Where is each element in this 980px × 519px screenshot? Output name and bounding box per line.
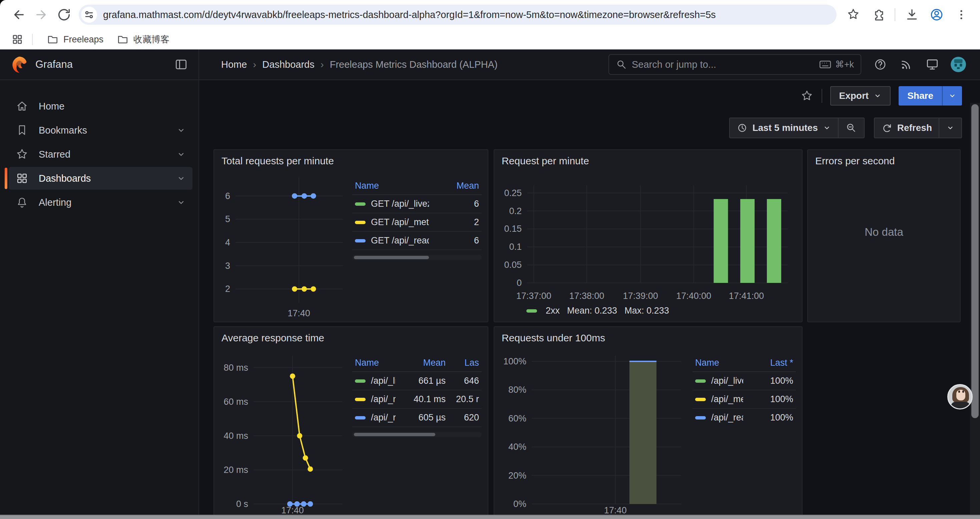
panel-legend: Name Mean Las /api/_livez 661 µs 646 [352,356,482,517]
header-icons [870,55,968,74]
svg-text:20%: 20% [508,471,527,481]
svg-text:17:38:00: 17:38:00 [570,291,605,301]
svg-text:17:40:00: 17:40:00 [676,291,711,301]
chevron-down-icon[interactable] [176,173,186,184]
browser-chrome: grafana.mathmast.com/d/deytv4rwavabkb/fr… [0,0,980,50]
series-name[interactable]: /api/_metrics [371,394,396,404]
legend-col-name[interactable]: Name [355,358,396,368]
legend-row[interactable]: /api/_metrics 40.1 ms 20.5 r [352,390,482,409]
legend-row[interactable]: /api/_livez 100% [692,372,796,390]
news-rss-icon[interactable] [897,55,916,74]
share-dropdown-button[interactable] [942,86,962,105]
apps-grid-icon[interactable] [9,31,26,48]
panel-requests-under-100ms: Requests under 100ms 0%20%40%60%80%100%1… [494,326,803,519]
download-icon[interactable] [903,6,921,23]
favorite-star-icon[interactable] [800,89,813,102]
sidebar-toggle-icon[interactable] [174,57,188,72]
time-range-picker[interactable]: Last 5 minutes [730,118,838,137]
sidebar-item-dashboards[interactable]: Dashboards [9,167,192,190]
series-name[interactable]: /api/_metrics [711,394,743,404]
back-icon[interactable] [10,6,27,23]
panel-title[interactable]: Request per minute [494,150,802,169]
svg-text:2: 2 [225,284,230,294]
series-name[interactable]: /api/_readyz [711,412,743,423]
monitor-icon[interactable] [923,55,942,74]
bar-chart[interactable]: 00.050.10.150.20.2517:37:0017:38:0017:39… [500,169,797,302]
extensions-icon[interactable] [869,6,886,23]
svg-text:60 ms: 60 ms [223,397,248,407]
search-input[interactable]: Search or jump to... ⌘+k [608,54,861,75]
sidebar-item-label: Alerting [39,197,72,208]
legend-row[interactable]: /api/_metrics 100% [692,390,796,409]
series-name[interactable]: /api/_readyz [371,412,396,423]
reload-icon[interactable] [56,6,73,23]
series-mean: 6 [429,235,479,246]
legend-row[interactable]: /api/_readyz 605 µs 620 [352,409,482,427]
panel-title[interactable]: Total requests per minute [214,150,488,169]
legend-col-mean[interactable]: Mean [429,181,479,191]
legend-row[interactable]: GET /api/_metrics 2 [352,213,482,232]
user-avatar[interactable] [949,55,968,74]
series-name[interactable]: GET /api/_readyz [371,235,429,246]
menu-kebab-icon[interactable] [953,6,970,23]
sidebar-item-home[interactable]: Home [9,95,192,118]
svg-text:5: 5 [225,214,230,224]
legend-scrollbar[interactable] [352,432,482,437]
bookmark-star-icon[interactable] [845,6,862,23]
help-icon[interactable] [870,55,890,74]
legend-row[interactable]: /api/_readyz 100% [692,409,796,426]
series-last: 100% [743,394,793,404]
sidebar-item-alerting[interactable]: Alerting [9,191,192,214]
timeseries-chart[interactable]: 2345617:40 [220,172,347,319]
legend-col-last[interactable]: Last * [743,358,793,368]
area-chart[interactable]: 0%20%40%60%80%100%17:40 [500,350,687,517]
series-name[interactable]: GET /api/_metrics [371,217,429,227]
time-range-label: Last 5 minutes [752,123,818,133]
url-text[interactable]: grafana.mathmast.com/d/deytv4rwavabkb/fr… [103,10,716,21]
sidebar-item-bookmarks[interactable]: Bookmarks [9,119,192,142]
grafana-logo[interactable] [10,56,28,73]
url-bar[interactable]: grafana.mathmast.com/d/deytv4rwavabkb/fr… [79,5,837,25]
bookmark-folder-blogs[interactable]: 收藏博客 [111,31,175,48]
refresh-interval-dropdown[interactable] [939,118,961,137]
vertical-scrollbar[interactable] [970,103,980,514]
legend-row[interactable]: GET /api/_livez 6 [352,195,482,213]
breadcrumb-current: Freeleaps Metrics Dashboard (ALPHA) [330,59,498,70]
bookmark-folder-freeleaps[interactable]: Freeleaps [41,31,109,48]
legend-row[interactable]: GET /api/_readyz 6 [352,232,482,250]
export-button[interactable]: Export [830,86,891,105]
legend-scrollbar[interactable] [352,255,482,260]
site-settings-icon[interactable] [81,7,97,23]
bookmarks-separator [32,34,33,45]
refresh-button[interactable]: Refresh [875,118,939,137]
panel-title[interactable]: Average response time [214,327,488,346]
chevron-down-icon[interactable] [176,125,186,136]
svg-text:80 ms: 80 ms [223,363,248,373]
share-button[interactable]: Share [899,86,942,105]
legend-col-name[interactable]: Name [355,181,429,191]
series-name[interactable]: 2xx [546,306,560,316]
zoom-out-button[interactable] [838,118,864,137]
legend-row[interactable]: /api/_livez 661 µs 646 [352,372,482,390]
keyboard-icon [819,58,832,71]
breadcrumb-dashboards[interactable]: Dashboards [262,59,314,70]
breadcrumb-home[interactable]: Home [221,59,247,70]
dashboards-grid-icon [15,171,29,186]
chevron-down-icon[interactable] [176,197,186,208]
series-name[interactable]: /api/_livez [371,376,396,386]
svg-text:0.25: 0.25 [504,188,522,198]
legend-col-name[interactable]: Name [695,358,743,368]
assistant-avatar-button[interactable] [947,384,973,409]
horizontal-scrollbar[interactable] [0,515,980,519]
profile-icon[interactable] [928,6,945,23]
series-name[interactable]: GET /api/_livez [371,199,429,209]
legend-col-mean[interactable]: Mean [396,358,445,368]
sidebar-item-starred[interactable]: Starred [9,143,192,166]
scrollbar-thumb[interactable] [971,104,978,418]
panel-title[interactable]: Errors per second [808,150,960,169]
chevron-down-icon[interactable] [176,149,186,160]
series-name[interactable]: /api/_livez [711,376,743,386]
timeseries-chart[interactable]: 0 s20 ms40 ms60 ms80 ms17:40 [220,350,347,517]
legend-col-last[interactable]: Las [445,358,479,368]
panel-title[interactable]: Requests under 100ms [494,327,802,346]
